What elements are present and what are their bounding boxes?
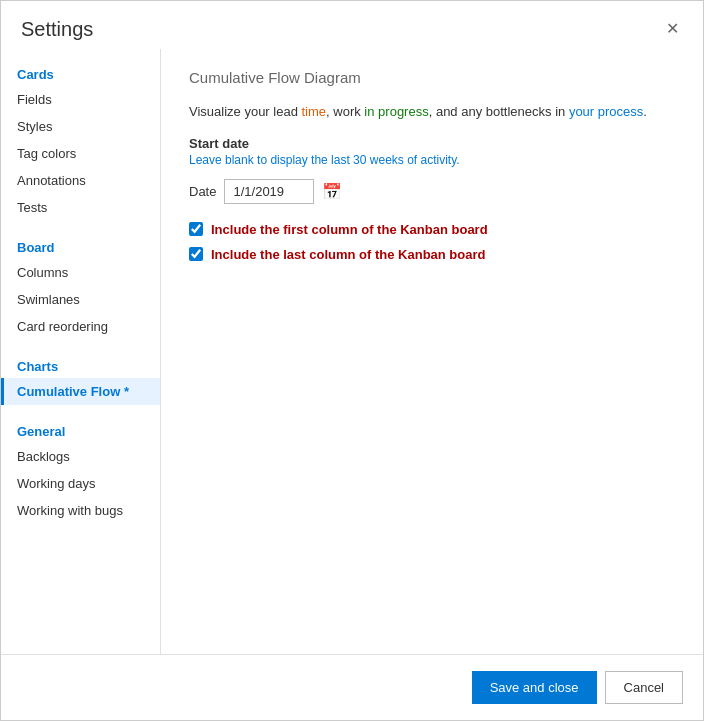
cancel-button[interactable]: Cancel bbox=[605, 671, 683, 704]
sidebar-item-tag-colors[interactable]: Tag colors bbox=[1, 140, 160, 167]
desc-process: your process bbox=[569, 104, 643, 119]
sidebar-section-charts: Charts bbox=[1, 349, 160, 378]
date-field-label: Date bbox=[189, 184, 216, 199]
desc-before: Visualize your lead bbox=[189, 104, 302, 119]
checkbox-row-first-column: Include the first column of the Kanban b… bbox=[189, 222, 675, 237]
close-button[interactable]: ✕ bbox=[662, 17, 683, 41]
sidebar-item-working-with-bugs[interactable]: Working with bugs bbox=[1, 497, 160, 524]
checkbox-first-column[interactable] bbox=[189, 222, 203, 236]
sidebar-item-annotations[interactable]: Annotations bbox=[1, 167, 160, 194]
desc-between2: , and any bottlenecks in bbox=[429, 104, 569, 119]
sidebar-section-general: General bbox=[1, 414, 160, 443]
date-input[interactable] bbox=[224, 179, 314, 204]
sidebar-item-swimlanes[interactable]: Swimlanes bbox=[1, 286, 160, 313]
desc-time: time bbox=[302, 104, 327, 119]
sidebar-item-card-reordering[interactable]: Card reordering bbox=[1, 313, 160, 340]
checkbox-last-column[interactable] bbox=[189, 247, 203, 261]
desc-between1: , work bbox=[326, 104, 364, 119]
main-content: Cumulative Flow Diagram Visualize your l… bbox=[161, 49, 703, 654]
desc-progress: in progress bbox=[364, 104, 428, 119]
checkbox-last-column-label: Include the last column of the Kanban bo… bbox=[211, 247, 485, 262]
sidebar-item-styles[interactable]: Styles bbox=[1, 113, 160, 140]
sidebar-item-columns[interactable]: Columns bbox=[1, 259, 160, 286]
checkbox-row-last-column: Include the last column of the Kanban bo… bbox=[189, 247, 675, 262]
calendar-icon[interactable]: 📅 bbox=[322, 182, 342, 201]
dialog-footer: Save and close Cancel bbox=[1, 654, 703, 720]
sidebar-item-backlogs[interactable]: Backlogs bbox=[1, 443, 160, 470]
checkbox-first-column-label: Include the first column of the Kanban b… bbox=[211, 222, 488, 237]
dialog-title: Settings bbox=[21, 18, 93, 41]
start-date-label: Start date bbox=[189, 136, 675, 151]
sidebar: Cards Fields Styles Tag colors Annotatio… bbox=[1, 49, 161, 654]
start-date-hint: Leave blank to display the last 30 weeks… bbox=[189, 153, 675, 167]
sidebar-item-fields[interactable]: Fields bbox=[1, 86, 160, 113]
save-and-close-button[interactable]: Save and close bbox=[472, 671, 597, 704]
sidebar-section-cards: Cards bbox=[1, 57, 160, 86]
sidebar-item-cumulative-flow[interactable]: Cumulative Flow * bbox=[1, 378, 160, 405]
dialog-body: Cards Fields Styles Tag colors Annotatio… bbox=[1, 49, 703, 654]
sidebar-item-tests[interactable]: Tests bbox=[1, 194, 160, 221]
settings-dialog: Settings ✕ Cards Fields Styles Tag color… bbox=[0, 0, 704, 721]
dialog-header: Settings ✕ bbox=[1, 1, 703, 49]
sidebar-section-board: Board bbox=[1, 230, 160, 259]
section-title: Cumulative Flow Diagram bbox=[189, 69, 675, 86]
sidebar-item-working-days[interactable]: Working days bbox=[1, 470, 160, 497]
desc-after: . bbox=[643, 104, 647, 119]
date-row: Date 📅 bbox=[189, 179, 675, 204]
description-text: Visualize your lead time, work in progre… bbox=[189, 102, 675, 122]
